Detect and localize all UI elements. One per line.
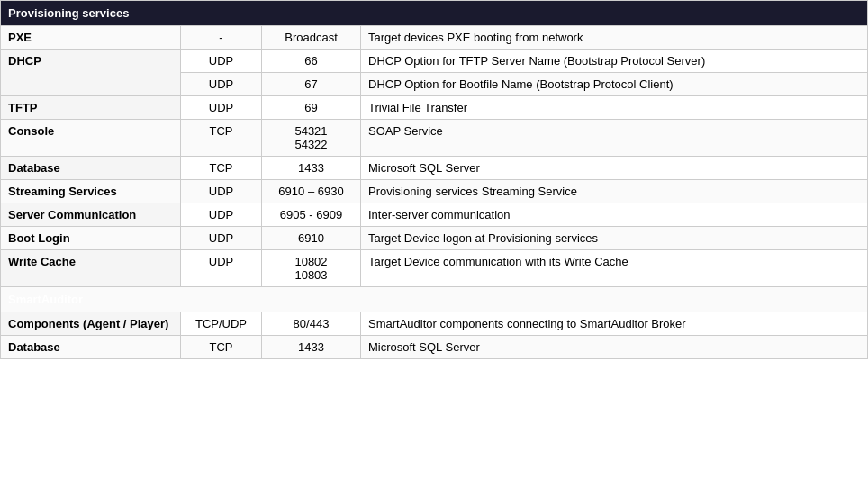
service-cell: Database: [1, 157, 181, 180]
protocol-cell: TCP: [181, 120, 262, 157]
service-cell: PXE: [1, 26, 181, 50]
table-row: Components (Agent / Player)TCP/UDP80/443…: [1, 312, 868, 336]
port-cell: 80/443: [262, 312, 361, 336]
protocol-cell: TCP: [181, 157, 262, 180]
protocol-cell: UDP: [181, 203, 262, 227]
service-cell: Database: [1, 336, 181, 359]
protocol-cell: UDP: [181, 227, 262, 250]
protocol-cell: -: [181, 26, 262, 50]
table-row: TFTPUDP69Trivial File Transfer: [1, 96, 868, 120]
table-row: PXE-BroadcastTarget devices PXE booting …: [1, 26, 868, 50]
table-row: Boot LoginUDP6910Target Device logon at …: [1, 227, 868, 250]
service-cell: Write Cache: [1, 250, 181, 287]
description-cell: Microsoft SQL Server: [361, 157, 868, 180]
protocol-cell: TCP/UDP: [181, 312, 262, 336]
table-row: Write CacheUDP1080210803Target Device co…: [1, 250, 868, 287]
description-cell: Microsoft SQL Server: [361, 336, 868, 359]
description-cell: Inter-server communication: [361, 203, 868, 227]
protocol-cell: UDP: [181, 73, 262, 96]
port-cell: 1433: [262, 336, 361, 359]
protocol-cell: UDP: [181, 96, 262, 120]
port-cell: 6910 – 6930: [262, 180, 361, 203]
table-row: ConsoleTCP5432154322SOAP Service: [1, 120, 868, 157]
port-cell: 67: [262, 73, 361, 96]
table-row: Server CommunicationUDP6905 - 6909Inter-…: [1, 203, 868, 227]
description-cell: DHCP Option for TFTP Server Name (Bootst…: [361, 50, 868, 73]
service-cell: Streaming Services: [1, 180, 181, 203]
section-header: Provisioning services: [1, 1, 868, 26]
description-cell: Target Device logon at Provisioning serv…: [361, 227, 868, 250]
section-header: SmartAuditor: [1, 287, 868, 312]
table-row: DHCPUDP66DHCP Option for TFTP Server Nam…: [1, 50, 868, 73]
main-table: Provisioning servicesPXE-BroadcastTarget…: [0, 0, 868, 359]
port-cell: 6910: [262, 227, 361, 250]
description-cell: SmartAuditor components connecting to Sm…: [361, 312, 868, 336]
service-cell: TFTP: [1, 96, 181, 120]
port-cell: 6905 - 6909: [262, 203, 361, 227]
description-cell: SOAP Service: [361, 120, 868, 157]
service-cell: Console: [1, 120, 181, 157]
table-row: DatabaseTCP1433Microsoft SQL Server: [1, 157, 868, 180]
service-cell: Boot Login: [1, 227, 181, 250]
port-cell: 1433: [262, 157, 361, 180]
description-cell: Provisioning services Streaming Service: [361, 180, 868, 203]
description-cell: Target devices PXE booting from network: [361, 26, 868, 50]
description-cell: DHCP Option for Bootfile Name (Bootstrap…: [361, 73, 868, 96]
table-row: DatabaseTCP1433Microsoft SQL Server: [1, 336, 868, 359]
service-cell: DHCP: [1, 50, 181, 96]
service-cell: Components (Agent / Player): [1, 312, 181, 336]
description-cell: Target Device communication with its Wri…: [361, 250, 868, 287]
protocol-cell: UDP: [181, 50, 262, 73]
description-cell: Trivial File Transfer: [361, 96, 868, 120]
table-row: Streaming ServicesUDP6910 – 6930Provisio…: [1, 180, 868, 203]
protocol-cell: UDP: [181, 250, 262, 287]
service-cell: Server Communication: [1, 203, 181, 227]
port-cell: 1080210803: [262, 250, 361, 287]
port-cell: 69: [262, 96, 361, 120]
port-cell: Broadcast: [262, 26, 361, 50]
port-cell: 5432154322: [262, 120, 361, 157]
protocol-cell: UDP: [181, 180, 262, 203]
protocol-cell: TCP: [181, 336, 262, 359]
port-cell: 66: [262, 50, 361, 73]
